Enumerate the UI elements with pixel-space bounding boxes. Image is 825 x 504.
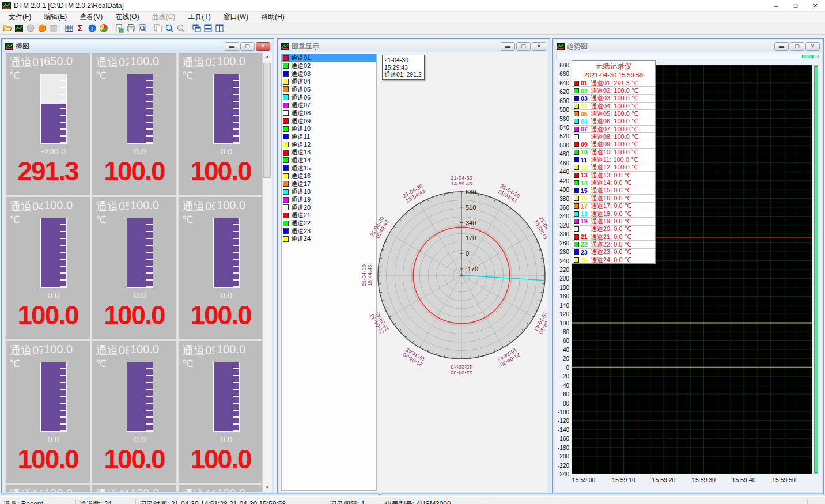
trend-window-close-button[interactable]: ✕ xyxy=(805,42,820,51)
y-axis-tick-label: 180 xyxy=(555,285,569,291)
legend-channel-number: 10 xyxy=(581,149,591,156)
mdi-hscrollbar-thumb[interactable] xyxy=(1,493,379,495)
svg-text:510: 510 xyxy=(466,204,476,211)
gauge-bar-ticks xyxy=(146,362,153,431)
export-icon[interactable] xyxy=(113,23,125,33)
open-icon[interactable] xyxy=(2,23,13,33)
svg-text:170: 170 xyxy=(466,234,476,241)
legend-row: 11通道11: 100.0 ℃ xyxy=(572,156,655,163)
disc-window-minimize-button[interactable]: ▬ xyxy=(501,42,515,51)
legend-color-swatch xyxy=(574,81,579,86)
gauge-unit: ℃ xyxy=(96,214,107,226)
menu-online[interactable]: 在线(O) xyxy=(109,12,145,22)
zoom-off-icon[interactable] xyxy=(175,23,187,33)
pause-off-icon[interactable] xyxy=(25,23,36,33)
disc-window-content: 通道01通道02通道03通道04通道05通道06通道07通道08通道09通道10… xyxy=(280,52,547,492)
legend-row: 18通道18: 0.0 ℃ xyxy=(572,210,655,217)
legend-channel-value: 通道24: 0.0 ℃ xyxy=(591,256,631,264)
legend-channel-number: 20 xyxy=(581,226,591,233)
print-icon[interactable] xyxy=(125,23,137,33)
bar-gauge-cell: 通道06100.0℃0.0100.0 xyxy=(178,196,262,339)
gauge-value: 100.0 xyxy=(179,300,262,331)
menu-tools[interactable]: 工具(T) xyxy=(181,12,217,22)
legend-row: 20通道20: 0.0 ℃ xyxy=(572,225,655,233)
gauge-bar-track xyxy=(213,362,240,432)
disc-window-close-button[interactable]: ✕ xyxy=(532,42,546,51)
legend-color-swatch xyxy=(574,127,579,132)
legend-color-swatch xyxy=(574,180,579,185)
zoom-icon[interactable] xyxy=(164,23,175,33)
trend-window-minimize-button[interactable]: ▬ xyxy=(774,42,789,51)
gauge-range-max: 100.0 xyxy=(130,343,159,356)
y-axis-tick-label: 20 xyxy=(555,355,569,362)
bar-gauge-cell: 通道12100.0℃0.0100.0 xyxy=(178,484,262,492)
y-axis-tick-label: 640 xyxy=(555,80,569,86)
tile-h-icon[interactable] xyxy=(202,23,214,33)
menu-help[interactable]: 帮助(H) xyxy=(255,12,291,22)
gauge-unit: ℃ xyxy=(9,70,20,82)
pie-icon[interactable] xyxy=(98,23,109,33)
bar-gauge-cell: 通道09100.0℃0.0100.0 xyxy=(178,340,262,483)
record-icon[interactable] xyxy=(36,23,48,33)
app-maximize-button[interactable]: □ xyxy=(786,0,805,12)
mdi-hscrollbar-track[interactable] xyxy=(381,493,824,495)
gauge-bar-ticks xyxy=(233,74,239,143)
menu-view[interactable]: 查看(V) xyxy=(73,12,109,22)
toolbar-separator xyxy=(61,24,62,33)
tile-v-icon[interactable] xyxy=(214,23,225,33)
menu-window[interactable]: 窗口(W) xyxy=(217,12,255,22)
svg-text:21-04-3015:54:43: 21-04-3015:54:43 xyxy=(402,183,426,204)
y-axis-tick-label: 120 xyxy=(555,311,569,317)
disc-window-restore-button[interactable]: ▢ xyxy=(516,42,531,51)
scroll-up-icon[interactable]: ▲ xyxy=(263,52,271,61)
sum-icon[interactable]: Σ xyxy=(75,23,86,33)
legend-title: 无纸记录仪 xyxy=(572,61,655,71)
hscroll-thumb[interactable] xyxy=(802,55,807,58)
trend-window-restore-button[interactable]: ▢ xyxy=(790,42,804,51)
app-minimize-button[interactable]: – xyxy=(766,0,786,12)
hscroll-arrow-left-icon[interactable] xyxy=(808,55,813,58)
info-icon[interactable]: i xyxy=(86,23,98,33)
preview-icon[interactable] xyxy=(137,23,148,33)
legend-channel-number: 14 xyxy=(581,180,591,187)
disc-window-title-bar[interactable]: 圆盘显示 ▬ ▢ ✕ xyxy=(279,40,548,52)
bar-window-scrollbar[interactable]: ▲ ▼ xyxy=(262,52,271,492)
legend-row: 01通道01: 291.3 ℃ xyxy=(572,79,655,86)
legend-channel-number: 08 xyxy=(581,134,591,141)
menu-file[interactable]: 文件(F) xyxy=(2,12,37,22)
disc-window-title: 圆盘显示 xyxy=(292,41,319,51)
menu-curve[interactable]: 曲线(C) xyxy=(146,12,182,22)
gauge-bar-ticks xyxy=(60,218,66,287)
y-axis-tick-label: 280 xyxy=(555,240,569,247)
gauge-unit: ℃ xyxy=(182,70,193,82)
trend-hscrollbar[interactable] xyxy=(556,54,820,59)
bar-window-restore-button[interactable]: ▢ xyxy=(240,42,255,51)
gauge-channel-name: 通道09 xyxy=(182,343,215,358)
copy-icon[interactable] xyxy=(152,23,164,33)
menu-edit[interactable]: 编辑(E) xyxy=(37,12,73,22)
scroll-down-icon[interactable]: ▼ xyxy=(263,483,271,492)
trend-window-title-bar[interactable]: 趋势图 ▬ ▢ ✕ xyxy=(555,40,822,52)
table-icon[interactable] xyxy=(63,23,75,33)
y-axis-tick-label: 680 xyxy=(555,62,569,69)
trend-vscroll-thumb[interactable] xyxy=(814,66,818,473)
cascade-icon[interactable] xyxy=(191,23,202,33)
bar-window-minimize-button[interactable]: ▬ xyxy=(225,42,239,51)
gauge-range-min: -200.0 xyxy=(25,146,82,156)
bar-scroll-thumb[interactable] xyxy=(263,63,271,178)
realtime-icon[interactable] xyxy=(13,23,25,33)
bar-window-title-bar[interactable]: 棒图 ▬ ▢ ✕ xyxy=(3,40,272,52)
legend-channel-number: 15 xyxy=(581,187,591,194)
gauge-channel-name: 通道05 xyxy=(96,199,129,214)
hscroll-arrow-right-icon[interactable] xyxy=(813,55,819,58)
legend-row: 06通道06: 100.0 ℃ xyxy=(572,118,655,125)
app-title-bar[interactable]: DTM 2.0.1 [C:\DTM 2.0.2\RealData] xyxy=(0,0,825,12)
app-close-button[interactable]: ✕ xyxy=(805,0,825,12)
legend-channel-number: 09 xyxy=(581,141,591,148)
svg-text:21-04-3014:59:43: 21-04-3014:59:43 xyxy=(451,175,472,187)
trend-vscrollbar[interactable] xyxy=(813,65,819,474)
legend-color-swatch xyxy=(574,173,579,178)
stop-off-icon[interactable] xyxy=(48,23,59,33)
bar-gauge-cell: 通道05100.0℃0.0100.0 xyxy=(92,196,177,339)
bar-window-close-button[interactable]: ✕ xyxy=(256,42,270,51)
